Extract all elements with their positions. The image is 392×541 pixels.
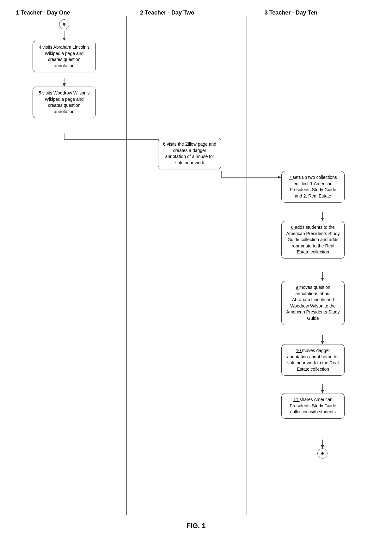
box9-num: 9 bbox=[296, 285, 299, 290]
box-11: 11 shares American Presidents Study Guid… bbox=[281, 393, 345, 419]
end-circle-col3 bbox=[317, 448, 328, 459]
svg-marker-9 bbox=[278, 176, 281, 179]
box-10: 10 moves dagger annotation about home fo… bbox=[281, 344, 345, 376]
box-8: 8 adds students to the American Presiden… bbox=[281, 221, 345, 259]
box5-label: visits Woodrow Wilson's Wikipedia page a… bbox=[42, 90, 89, 114]
svg-marker-15 bbox=[321, 341, 324, 344]
box7-label: sets up two collections entitled: 1.Amer… bbox=[290, 175, 337, 198]
svg-marker-13 bbox=[321, 278, 324, 281]
col3-header: 3 Teacher - Day Ten bbox=[265, 9, 317, 16]
box8-num: 8 bbox=[291, 225, 295, 230]
box6-label: visits the Zillow page and creates a dag… bbox=[165, 142, 217, 165]
box4-num: 4 bbox=[39, 45, 43, 50]
box-4: 4 visits Abraham Lincoln's Wikipedia pag… bbox=[33, 41, 96, 72]
svg-marker-11 bbox=[321, 218, 324, 221]
box10-num: 10 bbox=[296, 348, 302, 353]
box-9: 9 moves question annotations about Abrah… bbox=[281, 281, 345, 325]
col1-header: 1 Teacher - Day One bbox=[16, 9, 70, 16]
box5-num: 5 bbox=[39, 90, 42, 95]
divider-1 bbox=[126, 16, 127, 515]
svg-marker-3 bbox=[63, 83, 66, 87]
box-5: 5 visits Woodrow Wilson's Wikipedia page… bbox=[33, 87, 96, 118]
figure-label: FIG. 1 bbox=[6, 522, 386, 530]
box-6: 6 visits the Zillow page and creates a d… bbox=[158, 138, 221, 169]
box7-num: 7 bbox=[289, 175, 293, 180]
end-circle bbox=[317, 448, 328, 459]
start-circle-col1 bbox=[59, 19, 69, 29]
box11-num: 11 bbox=[293, 397, 299, 402]
svg-marker-1 bbox=[63, 38, 66, 41]
box6-num: 6 bbox=[163, 142, 167, 147]
box4-label: visits Abraham Lincoln's Wikipedia page … bbox=[42, 45, 89, 68]
box10-label: moves dagger annotation about home for s… bbox=[287, 348, 339, 372]
divider-2 bbox=[247, 16, 247, 515]
box-7: 7 sets up two collections entitled: 1.Am… bbox=[281, 171, 345, 203]
svg-marker-19 bbox=[321, 445, 324, 448]
svg-marker-17 bbox=[321, 390, 324, 393]
col2-header: 2 Teacher - Day Two bbox=[140, 9, 194, 16]
diagram-container: 1 Teacher - Day One 2 Teacher - Day Two … bbox=[0, 0, 392, 541]
start-circle bbox=[59, 19, 69, 29]
diagram-body: 4 visits Abraham Lincoln's Wikipedia pag… bbox=[6, 16, 386, 515]
box9-label: moves question annotations about Abraham… bbox=[286, 285, 340, 321]
